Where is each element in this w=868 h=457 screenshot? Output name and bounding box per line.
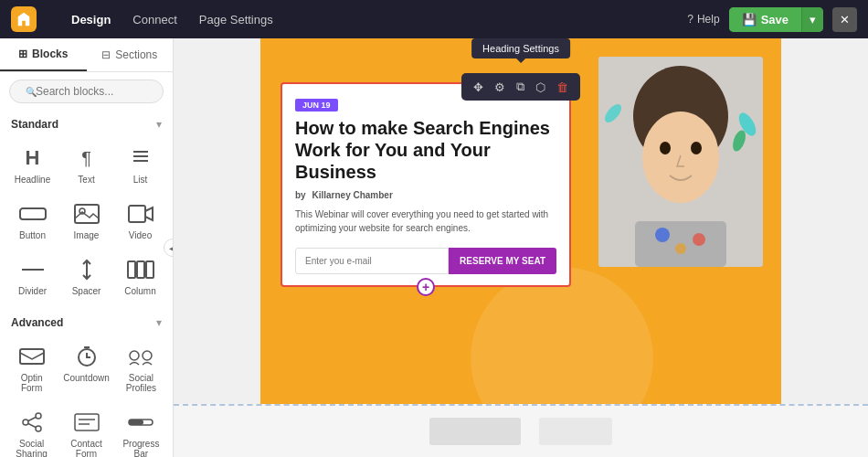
standard-blocks-grid: H Headline ¶ Text List Button [0, 134, 173, 309]
svg-point-15 [130, 351, 139, 360]
email-field[interactable] [295, 248, 449, 274]
toolbar-delete[interactable]: 🗑 [552, 78, 573, 97]
author-line: by Killarney Chamber [295, 190, 556, 200]
svg-point-42 [675, 243, 686, 254]
app-logo [11, 6, 37, 32]
svg-point-40 [655, 228, 670, 242]
save-button[interactable]: 💾 Save [729, 7, 801, 32]
block-column[interactable]: Column [115, 250, 165, 302]
toolbar-share[interactable]: ⬡ [531, 78, 550, 97]
person-image [598, 57, 763, 267]
blocks-icon: ⊞ [18, 48, 27, 60]
svg-rect-3 [20, 208, 46, 219]
svg-point-38 [691, 142, 702, 154]
heading-text: How to make Search Engines Work for You … [295, 117, 556, 183]
block-video[interactable]: Video [115, 194, 165, 246]
toolbar-duplicate[interactable]: ⧉ [512, 77, 529, 97]
svg-point-18 [23, 420, 28, 425]
tab-blocks[interactable]: ⊞ Blocks [0, 38, 87, 71]
toolbar-settings[interactable]: ⚙ [490, 78, 510, 97]
nav-links: Design Connect Page Settings [62, 8, 282, 31]
advanced-toggle[interactable]: ▾ [156, 316, 162, 329]
block-social-profiles[interactable]: Social Profiles [117, 336, 165, 399]
search-box [0, 72, 173, 111]
nav-right: ? Help 💾 Save ▾ ✕ [687, 7, 857, 32]
reserve-button[interactable]: RESERVE MY SEAT [449, 248, 556, 274]
standard-section-header: Standard ▾ [0, 111, 173, 134]
block-headline[interactable]: H Headline [7, 138, 58, 190]
svg-rect-4 [75, 205, 99, 223]
canvas-inner: Heading Settings ✥ ⚙ ⧉ ⬡ 🗑 JUN 19 How to… [174, 38, 868, 404]
save-btn-group: 💾 Save ▾ [729, 7, 823, 32]
add-block-button[interactable]: + [417, 278, 435, 296]
help-icon: ? [687, 13, 693, 26]
nav-design[interactable]: Design [62, 8, 120, 31]
block-progress-bar[interactable]: Progress Bar [117, 402, 165, 457]
svg-rect-22 [75, 414, 99, 430]
svg-point-41 [693, 233, 705, 246]
list-icon [124, 145, 157, 171]
block-divider[interactable]: Divider [7, 250, 58, 302]
main-layout: ⊞ Blocks ⊟ Sections Standard ▾ H Headlin… [0, 38, 868, 457]
save-dropdown-button[interactable]: ▾ [801, 7, 823, 32]
search-input[interactable] [9, 80, 164, 103]
bottom-strip [174, 404, 868, 457]
toolbar-move[interactable]: ✥ [469, 78, 488, 97]
svg-line-20 [28, 418, 36, 421]
social-profiles-icon [124, 344, 157, 369]
svg-rect-11 [146, 261, 153, 278]
help-button[interactable]: ? Help [687, 13, 719, 26]
optin-form-icon [16, 344, 48, 369]
svg-point-17 [36, 413, 41, 419]
sidebar: ⊞ Blocks ⊟ Sections Standard ▾ H Headlin… [0, 38, 174, 457]
block-social-sharing[interactable]: Social Sharing [7, 402, 56, 457]
svg-rect-9 [128, 261, 135, 278]
nav-page-settings[interactable]: Page Settings [190, 8, 282, 31]
column-icon [124, 257, 157, 282]
social-sharing-icon [16, 409, 48, 435]
standard-label: Standard [11, 118, 58, 131]
button-icon [16, 201, 49, 227]
save-icon: 💾 [742, 13, 757, 27]
svg-rect-10 [137, 261, 144, 278]
heading-settings-tooltip: Heading Settings [471, 38, 570, 58]
content-block: JUN 19 How to make Search Engines Work f… [281, 82, 571, 287]
close-button[interactable]: ✕ [832, 7, 857, 32]
tab-sections[interactable]: ⊟ Sections [87, 38, 174, 71]
block-countdown[interactable]: Countdown [59, 336, 113, 399]
block-spacer[interactable]: Spacer [61, 250, 111, 302]
block-button[interactable]: Button [7, 194, 58, 246]
canvas: Heading Settings ✥ ⚙ ⧉ ⬡ 🗑 JUN 19 How to… [174, 38, 868, 457]
progress-bar-icon [124, 409, 157, 435]
sections-icon: ⊟ [101, 48, 111, 61]
top-nav: Design Connect Page Settings ? Help 💾 Sa… [0, 0, 868, 38]
email-row: RESERVE MY SEAT [295, 248, 556, 274]
text-icon: ¶ [70, 145, 103, 171]
block-image[interactable]: Image [61, 194, 111, 246]
page-canvas: Heading Settings ✥ ⚙ ⧉ ⬡ 🗑 JUN 19 How to… [260, 38, 781, 404]
block-optin-form[interactable]: Optin Form [7, 336, 56, 399]
block-contact-form[interactable]: Contact Form [59, 402, 113, 457]
countdown-icon [70, 344, 103, 369]
svg-rect-26 [129, 420, 143, 425]
spacer-icon [70, 257, 103, 282]
svg-point-19 [36, 426, 41, 431]
block-list[interactable]: List [115, 138, 165, 190]
advanced-label: Advanced [11, 316, 63, 329]
person-placeholder [598, 57, 763, 267]
nav-connect[interactable]: Connect [123, 8, 185, 31]
svg-rect-6 [129, 206, 145, 222]
contact-form-icon [70, 409, 103, 435]
image-icon [70, 201, 103, 227]
standard-toggle[interactable]: ▾ [156, 118, 162, 131]
block-text[interactable]: ¶ Text [61, 138, 111, 190]
svg-point-37 [660, 142, 671, 154]
svg-line-21 [28, 424, 36, 428]
date-badge: JUN 19 [295, 99, 338, 112]
video-icon [124, 201, 157, 227]
advanced-blocks-grid: Optin Form Countdown Social Profiles Soc… [0, 333, 173, 457]
search-wrapper [9, 80, 164, 103]
advanced-section-header: Advanced ▾ [0, 309, 173, 333]
divider-icon [16, 257, 49, 282]
description-text: This Webinar will cover everything you n… [295, 207, 556, 235]
